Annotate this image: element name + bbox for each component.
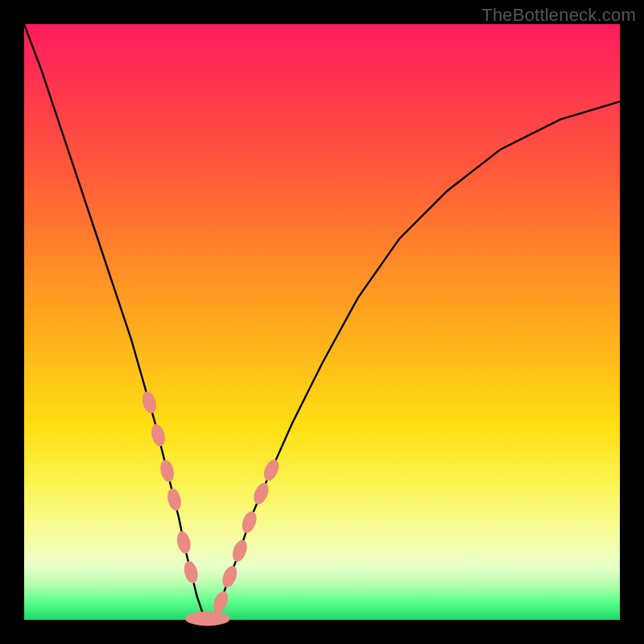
bottleneck-curve [24,24,620,620]
hardware-point [149,423,167,448]
hardware-point [185,612,230,626]
hardware-point [140,390,159,415]
hardware-point [211,589,231,615]
hardware-points-group [140,390,282,625]
hardware-point [175,530,193,555]
hardware-point [239,510,259,535]
plot-area [24,24,620,620]
hardware-point [261,457,282,483]
hardware-point [165,487,183,512]
hardware-point [220,564,240,589]
hardware-point [230,538,250,564]
hardware-point [158,458,175,483]
chart-frame: TheBottleneck.com [0,0,644,644]
hardware-point [251,481,272,506]
attribution-text: TheBottleneck.com [481,5,636,26]
curve-svg [24,24,620,620]
hardware-point [182,559,200,584]
